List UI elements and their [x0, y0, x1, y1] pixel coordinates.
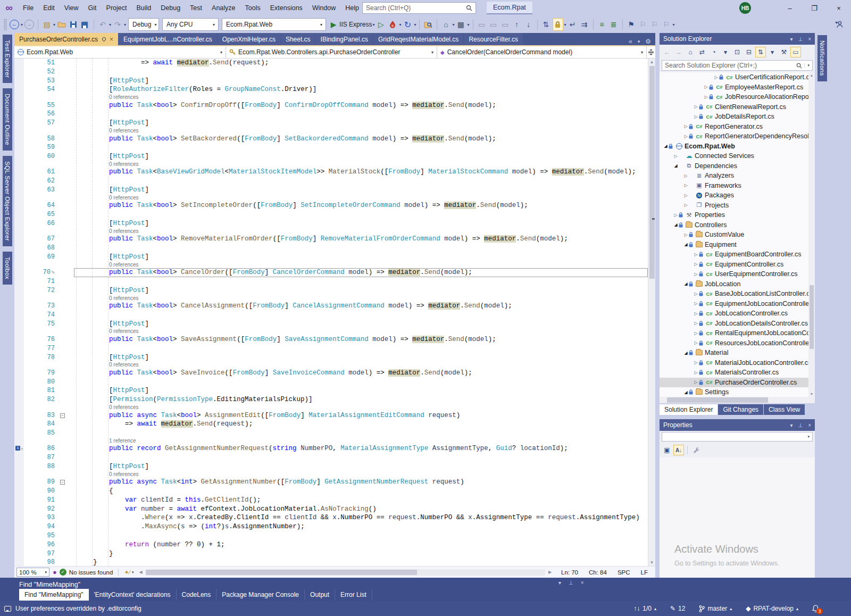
tree-item-clientrenewalreport-cs[interactable]: ▷C#ClientRenewalReport.cs [660, 102, 815, 112]
codelens-label[interactable]: 0 references [77, 94, 655, 101]
git-sync-status[interactable]: ↑↓ 1/0▴ [633, 605, 656, 612]
tree-item-equipmentcontroller-cs[interactable]: ▷C#EquipmentController.cs [660, 260, 815, 270]
tab-error-list[interactable]: Error List [335, 589, 372, 601]
tab-test-explorer[interactable]: Test Explorer [3, 35, 12, 83]
dropdown-caret-icon[interactable]: ▾ [53, 22, 55, 27]
split-window-button[interactable] [647, 46, 655, 58]
collapsed-arrow-icon[interactable]: ▷ [683, 232, 689, 237]
code-line[interactable]: 92 var number = await efContext.JobLocat… [14, 505, 655, 514]
tab-git-changes[interactable]: Git Changes [718, 404, 763, 415]
forward-icon[interactable]: → [673, 47, 684, 57]
code-line[interactable]: 96 return (number ?? 0) + 1; [14, 540, 655, 550]
tab-output[interactable]: Output [305, 589, 335, 601]
search-options-caret-icon[interactable]: ▾ [804, 63, 810, 68]
code-line[interactable]: 84 => await mediator.Send(request); [14, 420, 655, 429]
menu-file[interactable]: File [18, 2, 38, 14]
tree-item-equipment[interactable]: ◢Equipment [660, 240, 815, 250]
collapse-region-icon[interactable]: − [60, 480, 65, 485]
tree-item-jobdetailsreport-cs[interactable]: ▷C#JobDetailsReport.cs [660, 112, 815, 122]
dropdown-caret-icon[interactable]: ▾ [372, 22, 374, 27]
code-line[interactable]: 83− public async Task<bool> AssignmentEd… [14, 411, 655, 420]
dropdown-caret-icon[interactable]: ▾ [452, 22, 454, 27]
tree-item-basejoblocationlistcontroller-cs[interactable]: ▷C#BaseJobLocationListController.cs [660, 289, 815, 299]
code-line[interactable]: 63 [HttpPost] [14, 186, 655, 195]
collapsed-arrow-icon[interactable]: ▷ [693, 292, 699, 296]
filter-caret-icon[interactable]: ▾ [767, 47, 778, 57]
tree-vertical-scrollbar[interactable]: ▲ ▼ [808, 72, 815, 397]
code-line[interactable]: 61 public Task<BaseViewGridModel<Materia… [14, 168, 655, 177]
tree-item-material[interactable]: ◢Material [660, 348, 815, 358]
dropdown-caret-icon[interactable]: ▾ [124, 22, 126, 27]
menu-build[interactable]: Build [131, 2, 156, 14]
previous-bookmark-icon[interactable]: ⚐ [638, 18, 648, 31]
menu-edit[interactable]: Edit [38, 2, 60, 14]
code-line[interactable]: 72 [HttpPost] [14, 286, 655, 295]
code-line[interactable]: 64 public Task<bool> SetIncompleteOrder(… [14, 201, 655, 210]
start-without-debugging-icon[interactable]: ▷ [376, 18, 386, 31]
tab-sql-server-object-explorer[interactable]: SQL Server Object Explorer [3, 156, 12, 246]
tree-item-reportgeneratordependencyresolver-cs[interactable]: ▷C#ReportGeneratorDependencyResolver.cs [660, 131, 815, 141]
categorized-icon[interactable]: ▣ [662, 445, 672, 455]
tree-item-materialscontroller-cs[interactable]: ▷C#MaterialsController.cs [660, 368, 815, 378]
code-line[interactable]: 55 public Task<bool> ConfirmDropOff([Fro… [14, 101, 655, 110]
code-health-icon[interactable]: ● [53, 568, 57, 576]
pin-icon[interactable] [102, 37, 107, 42]
tab-class-view[interactable]: Class View [764, 404, 805, 415]
menu-help[interactable]: Help [340, 2, 364, 14]
collapsed-arrow-icon[interactable]: ▷ [693, 340, 699, 345]
tree-horizontal-scrollbar[interactable] [660, 397, 815, 403]
menu-analyze[interactable]: Analyze [207, 2, 240, 14]
properties-object-dropdown[interactable]: ▾ [660, 431, 815, 443]
dropdown-caret-icon[interactable]: ▾ [467, 22, 469, 27]
expanded-arrow-icon[interactable]: ◢ [683, 242, 689, 247]
code-line[interactable]: 82 [Permission(PermissionType.EditingMat… [14, 395, 655, 404]
properties-header[interactable]: Properties ▾ ⊥ × [660, 419, 815, 431]
tab-resourcefilter-cs[interactable]: ResourceFilter.cs [464, 33, 523, 45]
codelens-label[interactable]: 0 references [77, 328, 655, 335]
pending-changes-filter-icon[interactable]: ◔ [708, 47, 719, 57]
close-icon[interactable]: × [110, 36, 113, 43]
tree-item-joblocationdetailscontroller-cs[interactable]: ▷C#JobLocationDetailsController.cs [660, 319, 815, 329]
minimize-button[interactable]: – [778, 0, 802, 16]
pin-icon[interactable]: ⊥ [798, 422, 803, 428]
home-icon[interactable]: ⌂ [685, 47, 696, 57]
format-document-icon[interactable]: ≣ [608, 18, 619, 31]
code-line[interactable]: 67 public Task<bool> RemoveMaterialFromO… [14, 235, 655, 244]
code-line[interactable]: 93 .Where(x => x.CreatedBy.ClientId == c… [14, 513, 655, 522]
codelens-label[interactable]: 0 references [77, 161, 655, 168]
collapsed-arrow-icon[interactable]: ▷ [683, 183, 689, 188]
code-line[interactable]: 78 [HttpPost] [14, 353, 655, 362]
panel-menu-caret-icon[interactable]: ▾ [790, 422, 792, 428]
dropdown-caret-icon[interactable]: ▾ [673, 22, 675, 27]
project-breadcrumb-dropdown[interactable]: Ecom.Rpat.Web▾ [14, 46, 226, 58]
codelens-label[interactable]: 0 references [77, 362, 655, 369]
tab-solution-explorer[interactable]: Solution Explorer [660, 404, 717, 415]
expanded-arrow-icon[interactable]: ◢ [673, 222, 679, 227]
tree-item-equipmentjoblocationcontroller[interactable]: ▷C#EquipmentJobLocationController [660, 299, 815, 309]
tab-openxmlhelper-cs[interactable]: OpenXmlHelper.cs [218, 33, 280, 45]
restore-button[interactable]: ❐ [802, 0, 827, 16]
code-line[interactable]: 80 [14, 378, 655, 387]
lock-toggle-icon[interactable] [553, 18, 563, 31]
code-line[interactable]: 58 public Task<bool> SetBackordered([Fro… [14, 135, 655, 144]
code-line[interactable]: 66 [HttpPost] [14, 219, 655, 228]
solution-configurations-dropdown[interactable]: Debug▾ [128, 18, 159, 31]
tab-codelens[interactable]: CodeLens [177, 589, 217, 601]
back-icon[interactable]: ← [662, 47, 672, 57]
hscroll-right-arrow-icon[interactable]: ▶ [548, 570, 552, 575]
codelens-label[interactable]: 0 references [77, 404, 655, 411]
collapsed-arrow-icon[interactable]: ▷ [703, 95, 709, 99]
sort-lines-icon[interactable]: ≡ [597, 18, 607, 31]
tree-item-dependencies[interactable]: ◢⧉Dependencies [660, 161, 815, 171]
editor-vertical-scrollbar[interactable]: ▲ ▼ [648, 59, 655, 566]
close-icon[interactable]: × [808, 36, 811, 42]
code-line[interactable]: 74 [14, 311, 655, 320]
tree-item-resourcesjoblocationcontroller-c[interactable]: ▷C#ResourcesJobLocationController.c [660, 338, 815, 348]
toolbar-drag-handle[interactable] [4, 19, 7, 30]
new-comment-icon[interactable]: ▭ [477, 18, 487, 31]
collapsed-arrow-icon[interactable]: ▷ [693, 114, 699, 119]
clear-bookmarks-icon[interactable]: ⚐ [661, 18, 672, 31]
codelens-label[interactable]: 1 reference [77, 438, 655, 445]
code-line[interactable]: 54 [RoleAuthorizeFilter(Roles = GroupNam… [14, 85, 655, 94]
feedback-icon[interactable] [833, 18, 844, 31]
